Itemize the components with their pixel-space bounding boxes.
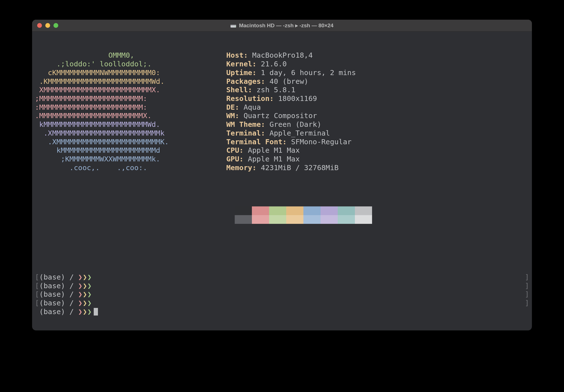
neofetch-ascii-art: OMMM0, .;loddo:' loolloddol;. cKMMMMMMMM…	[35, 51, 226, 172]
prompt-arrows: ❯❯❯	[78, 307, 92, 316]
ascii-art-line: .;loddo:' loolloddol;.	[35, 60, 226, 68]
prompt-history: [(base) / ❯❯❯]	[35, 273, 529, 281]
prompt-env: (base)	[39, 299, 69, 307]
color-palette	[235, 206, 529, 224]
ascii-art-line: .XMMMMMMMMMMMMMMMMMMMMMMMMMk	[35, 129, 226, 138]
prompt-right-bracket: ]	[525, 281, 529, 290]
info-label: CPU:	[226, 146, 243, 154]
prompt-arrows: ❯❯❯	[78, 281, 92, 290]
info-label: Resolution:	[226, 94, 274, 103]
prompt-pwd: /	[70, 273, 78, 281]
info-value: 40 (brew)	[265, 77, 308, 85]
color-swatch	[269, 215, 286, 224]
ascii-art-line: OMMM0,	[35, 51, 226, 60]
ascii-art-line: ;KMMMMMMMWXXWMMMMMMMMk.	[35, 155, 226, 163]
prompt-history: [(base) / ❯❯❯]	[35, 281, 529, 290]
info-line: Kernel: 21.6.0	[226, 60, 529, 68]
info-line: GPU: Apple M1 Max	[226, 155, 529, 163]
close-button[interactable]	[37, 23, 42, 28]
window-title: Macintosh HD — -zsh ▸ -zsh — 80×24	[32, 22, 532, 29]
color-swatch	[252, 215, 269, 224]
prompt-history: [(base) / ❯❯❯]	[35, 290, 529, 299]
color-swatch	[355, 206, 372, 215]
ascii-art-line: XMMMMMMMMMMMMMMMMMMMMMMMMMX.	[35, 85, 226, 94]
info-line: WM Theme: Green (Dark)	[226, 120, 529, 129]
info-line: Resolution: 1800x1169	[226, 94, 529, 103]
prompt-left-bracket: [	[35, 299, 39, 307]
prompt-env: (base)	[39, 290, 69, 299]
info-line: Host: MacBookPro18,4	[226, 51, 529, 60]
color-swatch	[338, 215, 355, 224]
prompt-right-bracket: ]	[525, 299, 529, 307]
svg-rect-0	[230, 25, 236, 28]
info-line: DE: Aqua	[226, 103, 529, 112]
info-value: 4231MiB / 32768MiB	[256, 163, 339, 172]
color-swatch	[235, 215, 252, 224]
info-label: Kernel:	[226, 60, 256, 68]
prompt-left-bracket: [	[35, 290, 39, 299]
prompt-left-bracket: [	[35, 273, 39, 281]
ascii-art-line: :MMMMMMMMMMMMMMMMMMMMMMMM:	[35, 103, 226, 112]
info-line: CPU: Apple M1 Max	[226, 146, 529, 155]
prompt-env: (base)	[39, 281, 69, 290]
titlebar[interactable]: Macintosh HD — -zsh ▸ -zsh — 80×24	[32, 20, 532, 31]
ascii-art-line: .KMMMMMMMMMMMMMMMMMMMMMMMMWd.	[35, 77, 226, 86]
color-swatch	[321, 215, 338, 224]
info-line: Packages: 40 (brew)	[226, 77, 529, 86]
info-line: Memory: 4231MiB / 32768MiB	[226, 163, 529, 172]
prompt-pwd: /	[70, 307, 78, 316]
ascii-art-line: kMMMMMMMMMMMMMMMMMMMMMMMMWd.	[35, 120, 226, 129]
color-swatch	[338, 206, 355, 215]
info-line: WM: Quartz Compositor	[226, 111, 529, 120]
prompt-arrows: ❯❯❯	[78, 273, 92, 281]
palette-row	[235, 206, 529, 215]
terminal-window: Macintosh HD — -zsh ▸ -zsh — 80×24 OMMM0…	[32, 20, 532, 330]
info-value: 1800x1169	[274, 94, 317, 103]
info-label: WM:	[226, 111, 239, 120]
info-line: Uptime: 1 day, 6 hours, 2 mins	[226, 68, 529, 77]
minimize-button[interactable]	[45, 23, 50, 28]
color-swatch	[286, 215, 303, 224]
svg-rect-1	[230, 25, 236, 26]
maximize-button[interactable]	[53, 23, 58, 28]
window-controls	[32, 23, 58, 28]
prompt-area: [(base) / ❯❯❯][(base) / ❯❯❯][(base) / ❯❯…	[35, 273, 529, 316]
info-label: DE:	[226, 103, 239, 111]
info-value: Apple M1 Max	[243, 155, 300, 163]
palette-row	[235, 215, 529, 224]
info-label: Terminal Font:	[226, 138, 287, 146]
color-swatch	[235, 206, 252, 215]
info-value: SFMono-Regular	[287, 138, 352, 146]
prompt-right-bracket: ]	[525, 273, 529, 281]
info-value: Apple_Terminal	[265, 129, 330, 137]
window-title-text: Macintosh HD — -zsh ▸ -zsh — 80×24	[239, 22, 334, 29]
info-value: Apple M1 Max	[243, 146, 300, 154]
prompt-pwd: /	[70, 290, 78, 299]
info-value: zsh 5.8.1	[252, 85, 296, 94]
info-label: Memory:	[226, 163, 256, 172]
terminal-output[interactable]: OMMM0, .;loddo:' loolloddol;. cKMMMMMMMM…	[32, 31, 532, 330]
cursor[interactable]	[94, 308, 98, 316]
prompt-arrows: ❯❯❯	[78, 299, 92, 307]
prompt-current[interactable]: (base) / ❯❯❯	[35, 307, 529, 316]
ascii-art-line: cKMMMMMMMMMMNWMMMMMMMMMM0:	[35, 68, 226, 77]
info-line: Terminal Font: SFMono-Regular	[226, 138, 529, 146]
info-value: Aqua	[239, 103, 261, 111]
color-swatch	[321, 206, 338, 215]
info-value: 21.6.0	[256, 60, 287, 68]
ascii-art-line: ;MMMMMMMMMMMMMMMMMMMMMMMM:	[35, 94, 226, 103]
info-label: Uptime:	[226, 68, 256, 77]
ascii-art-line: .MMMMMMMMMMMMMMMMMMMMMMMMX.	[35, 111, 226, 120]
prompt-left-bracket: [	[35, 281, 39, 290]
prompt-right-bracket: ]	[525, 290, 529, 299]
color-swatch	[303, 206, 321, 215]
prompt-env: (base)	[39, 307, 69, 316]
info-value: 1 day, 6 hours, 2 mins	[256, 68, 356, 77]
info-value: Green (Dark)	[265, 120, 321, 129]
prompt-history: [(base) / ❯❯❯]	[35, 299, 529, 307]
neofetch-info: Host: MacBookPro18,4Kernel: 21.6.0Uptime…	[226, 51, 529, 172]
info-line: Shell: zsh 5.8.1	[226, 85, 529, 94]
ascii-art-line: .XMMMMMMMMMMMMMMMMMMMMMMMMK.	[35, 138, 226, 146]
prompt-env: (base)	[39, 273, 69, 281]
prompt-arrows: ❯❯❯	[78, 290, 92, 299]
